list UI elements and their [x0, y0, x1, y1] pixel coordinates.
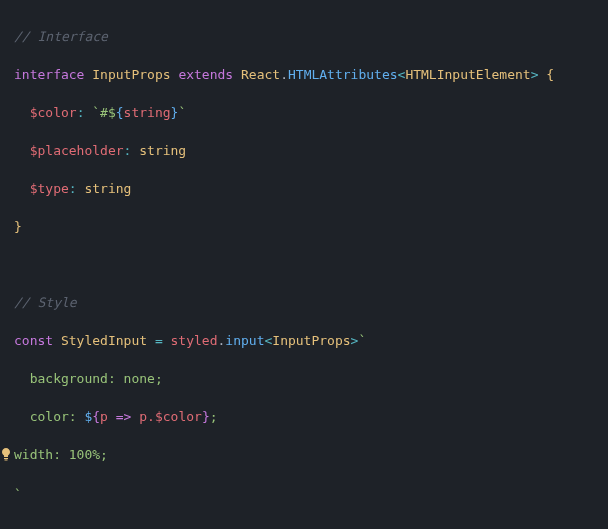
kw-extends: extends	[178, 67, 233, 82]
code-editor[interactable]: // Interface interface InputProps extend…	[0, 8, 608, 529]
tmpl-backtick-open: `	[358, 333, 366, 348]
css-width-line: width: 100%;	[14, 447, 108, 462]
comment-style: // Style	[14, 295, 77, 310]
tmpl-close: `	[178, 105, 186, 120]
type-react: React	[241, 67, 280, 82]
prop-color: $color	[30, 105, 77, 120]
styled-input: input	[225, 333, 264, 348]
type-string: string	[139, 143, 186, 158]
type-htmlinputelement: HTMLInputElement	[405, 67, 530, 82]
const-styledinput: StyledInput	[61, 333, 147, 348]
tmpl-open: `#$	[92, 105, 115, 120]
dot-color: .$color	[147, 409, 202, 424]
arrow-param: p	[100, 409, 108, 424]
semi: ;	[210, 409, 218, 424]
type-string-2: string	[84, 181, 131, 196]
css-bg-line: background: none;	[14, 371, 163, 386]
prop-placeholder: $placeholder	[30, 143, 124, 158]
type-inputprops-2: InputProps	[272, 333, 350, 348]
styled-obj: styled	[171, 333, 218, 348]
type-inputprops: InputProps	[92, 67, 170, 82]
tmpl-brace-open: {	[116, 105, 124, 120]
css-color-prefix: color:	[14, 409, 84, 424]
svg-rect-1	[5, 460, 8, 461]
kw-const: const	[14, 333, 53, 348]
type-htmlattributes: HTMLAttributes	[288, 67, 398, 82]
prop-type: $type	[30, 181, 69, 196]
arrow-p2: p	[139, 409, 147, 424]
tmpl-string: string	[124, 105, 171, 120]
comment: // Interface	[14, 29, 108, 44]
svg-rect-0	[4, 458, 8, 459]
brace-close: }	[14, 219, 22, 234]
kw-interface: interface	[14, 67, 84, 82]
tmpl-backtick-close: `	[14, 487, 22, 502]
arrow: =>	[116, 409, 132, 424]
lightbulb-icon[interactable]	[0, 447, 12, 466]
